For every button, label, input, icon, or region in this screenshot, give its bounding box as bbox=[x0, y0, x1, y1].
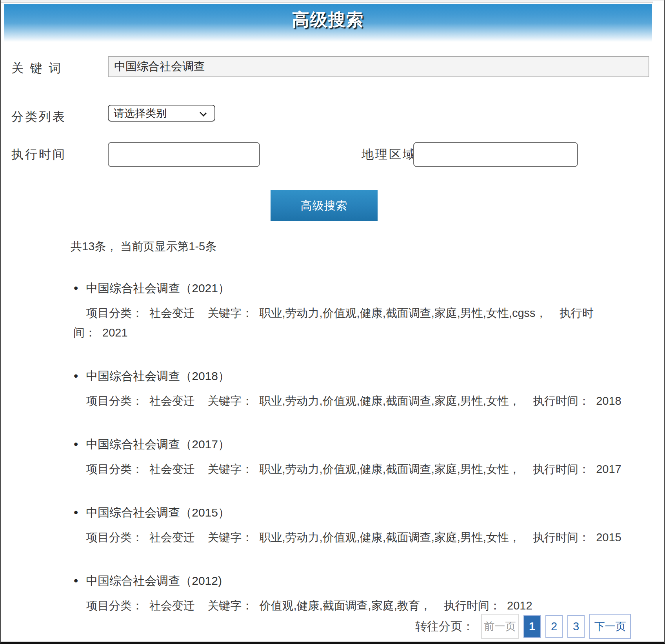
result-title-row: •中国综合社会调查（2015） bbox=[74, 504, 652, 521]
page-button-2[interactable]: 2 bbox=[545, 615, 563, 638]
result-title: 中国综合社会调查（2021） bbox=[86, 280, 230, 297]
top-divider bbox=[1, 2, 653, 3]
results-list: •中国综合社会调查（2021）项目分类： 社会变迁 关键字： 职业,劳动力,价值… bbox=[1, 280, 652, 615]
result-detail: 项目分类： 社会变迁 关键字： 职业,劳动力,价值观,健康,截面调查,家庭,男性… bbox=[73, 303, 652, 342]
result-title-row: •中国综合社会调查（2021） bbox=[74, 280, 652, 297]
execution-time-input[interactable] bbox=[108, 142, 260, 167]
page-title: 高级搜索 bbox=[292, 8, 364, 31]
pagination: 转往分页： 前一页 1 2 3 下一页 bbox=[415, 613, 631, 639]
next-page-button[interactable]: 下一页 bbox=[589, 614, 631, 639]
page-button-1[interactable]: 1 bbox=[523, 615, 541, 638]
category-label: 分类列表 bbox=[11, 109, 66, 125]
result-item: •中国综合社会调查（2021）项目分类： 社会变迁 关键字： 职业,劳动力,价值… bbox=[1, 280, 652, 342]
search-results: 共13条， 当前页显示第1-5条 •中国综合社会调查（2021）项目分类： 社会… bbox=[1, 239, 652, 615]
page-header: 高级搜索 bbox=[4, 4, 652, 42]
time-label: 执行时间 bbox=[11, 146, 66, 163]
bullet-icon: • bbox=[74, 367, 78, 384]
results-summary: 共13条， 当前页显示第1-5条 bbox=[71, 239, 652, 255]
bullet-icon: • bbox=[74, 280, 78, 296]
pagination-label: 转往分页： bbox=[415, 619, 474, 635]
result-title: 中国综合社会调查（2015） bbox=[86, 504, 230, 521]
result-item: •中国综合社会调查（2012)项目分类： 社会变迁 关键字： 价值观,健康,截面… bbox=[1, 572, 652, 615]
result-title-row: •中国综合社会调查（2017） bbox=[74, 436, 652, 453]
region-label: 地理区域 bbox=[362, 146, 416, 163]
result-detail: 项目分类： 社会变迁 关键字： 职业,劳动力,价值观,健康,截面调查,家庭,男性… bbox=[73, 459, 652, 479]
result-item: •中国综合社会调查（2015）项目分类： 社会变迁 关键字： 职业,劳动力,价值… bbox=[1, 504, 652, 547]
result-title-row: •中国综合社会调查（2012) bbox=[74, 572, 652, 589]
advanced-search-button[interactable]: 高级搜索 bbox=[271, 190, 378, 221]
advanced-search-page: 高级搜索 关 键 词 分类列表 请选择类别 执行时间 地理区域 高级搜索 共13… bbox=[0, 0, 665, 644]
bullet-icon: • bbox=[74, 572, 78, 589]
result-detail: 项目分类： 社会变迁 关键字： 价值观,健康,截面调查,家庭,教育， 执行时间：… bbox=[73, 596, 652, 615]
result-title: 中国综合社会调查（2018） bbox=[86, 368, 230, 384]
result-detail: 项目分类： 社会变迁 关键字： 职业,劳动力,价值观,健康,截面调查,家庭,男性… bbox=[73, 391, 652, 411]
result-title: 中国综合社会调查（2012) bbox=[86, 573, 222, 589]
keyword-input[interactable] bbox=[108, 56, 649, 77]
geographic-region-input[interactable] bbox=[413, 142, 578, 167]
page-button-3[interactable]: 3 bbox=[567, 615, 585, 638]
bullet-icon: • bbox=[74, 504, 78, 520]
result-item: •中国综合社会调查（2017）项目分类： 社会变迁 关键字： 职业,劳动力,价值… bbox=[1, 436, 652, 479]
result-item: •中国综合社会调查（2018）项目分类： 社会变迁 关键字： 职业,劳动力,价值… bbox=[1, 367, 652, 411]
category-select[interactable]: 请选择类别 bbox=[108, 105, 215, 122]
bullet-icon: • bbox=[74, 436, 78, 452]
result-detail: 项目分类： 社会变迁 关键字： 职业,劳动力,价值观,健康,截面调查,家庭,男性… bbox=[73, 528, 652, 547]
prev-page-button[interactable]: 前一页 bbox=[481, 614, 519, 639]
result-title-row: •中国综合社会调查（2018） bbox=[74, 367, 652, 384]
keyword-label: 关 键 词 bbox=[11, 60, 62, 76]
result-title: 中国综合社会调查（2017） bbox=[86, 436, 230, 453]
chevron-down-icon bbox=[200, 109, 207, 116]
category-selected-value: 请选择类别 bbox=[114, 106, 167, 120]
